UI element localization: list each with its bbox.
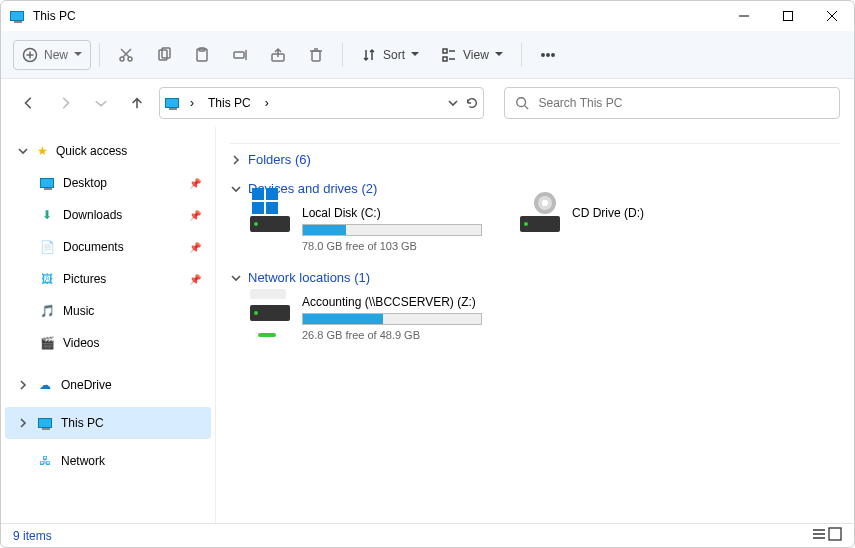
windows-drive-icon	[248, 206, 292, 242]
this-pc-icon	[37, 415, 53, 431]
svg-point-7	[120, 57, 124, 61]
new-button[interactable]: New	[13, 40, 91, 70]
breadcrumb-this-pc[interactable]: This PC	[204, 94, 255, 112]
status-text: 9 items	[13, 529, 52, 543]
capacity-bar	[302, 313, 482, 325]
address-history-button[interactable]	[447, 97, 459, 109]
drive-network-z[interactable]: Accounting (\\BCCSERVER) (Z:) 26.8 GB fr…	[248, 295, 488, 341]
window-title: This PC	[33, 9, 76, 23]
back-button[interactable]	[15, 89, 43, 117]
minimize-button[interactable]	[722, 1, 766, 31]
svg-point-28	[516, 98, 525, 107]
capacity-bar	[302, 224, 482, 236]
content-pane: Folders (6) Devices and drives (2) Local…	[216, 127, 854, 523]
details-view-button[interactable]	[812, 527, 826, 544]
sidebar-item-downloads[interactable]: ⬇Downloads📌	[5, 199, 211, 231]
sidebar-item-desktop[interactable]: Desktop📌	[5, 167, 211, 199]
maximize-button[interactable]	[766, 1, 810, 31]
rename-icon	[232, 47, 248, 63]
svg-rect-33	[829, 528, 841, 540]
svg-rect-15	[234, 52, 244, 58]
pin-icon: 📌	[189, 210, 201, 221]
recent-locations-button[interactable]	[87, 89, 115, 117]
delete-button[interactable]	[298, 37, 334, 73]
titlebar: This PC	[1, 1, 854, 31]
group-network[interactable]: Network locations (1)	[230, 266, 840, 289]
sidebar-this-pc[interactable]: This PC	[5, 407, 211, 439]
nav-sidebar: ★ Quick access Desktop📌 ⬇Downloads📌 📄Doc…	[1, 127, 216, 523]
this-pc-icon	[9, 8, 25, 24]
thumbnails-view-button[interactable]	[828, 527, 842, 544]
pictures-icon: 🖼	[39, 271, 55, 287]
breadcrumb-chevron[interactable]: ›	[261, 94, 273, 112]
svg-rect-22	[443, 57, 447, 61]
paste-button[interactable]	[184, 37, 220, 73]
refresh-button[interactable]	[465, 96, 479, 110]
navigation-row: › This PC ›	[1, 79, 854, 127]
svg-point-26	[547, 53, 549, 55]
group-folders[interactable]: Folders (6)	[230, 143, 840, 171]
sidebar-item-documents[interactable]: 📄Documents📌	[5, 231, 211, 263]
sidebar-onedrive[interactable]: ☁OneDrive	[5, 369, 211, 401]
svg-rect-21	[443, 49, 447, 53]
documents-icon: 📄	[39, 239, 55, 255]
ellipsis-icon	[540, 47, 556, 63]
network-icon: 🖧	[37, 453, 53, 469]
scissors-icon	[118, 47, 134, 63]
sort-label: Sort	[383, 48, 405, 62]
view-icon	[441, 47, 457, 63]
sidebar-item-music[interactable]: 🎵Music	[5, 295, 211, 327]
downloads-icon: ⬇	[39, 207, 55, 223]
search-box[interactable]	[504, 87, 841, 119]
sidebar-quick-access[interactable]: ★ Quick access	[5, 135, 211, 167]
pin-icon: 📌	[189, 242, 201, 253]
svg-line-29	[524, 106, 528, 110]
rename-button[interactable]	[222, 37, 258, 73]
cut-button[interactable]	[108, 37, 144, 73]
up-button[interactable]	[123, 89, 151, 117]
desktop-icon	[39, 175, 55, 191]
drive-cd-d[interactable]: CD Drive (D:)	[518, 206, 758, 252]
pin-icon: 📌	[189, 274, 201, 285]
trash-icon	[308, 47, 324, 63]
new-label: New	[44, 48, 68, 62]
clipboard-icon	[194, 47, 210, 63]
breadcrumb-root-chevron[interactable]: ›	[186, 94, 198, 112]
view-label: View	[463, 48, 489, 62]
svg-rect-1	[784, 12, 793, 21]
svg-rect-18	[312, 51, 320, 61]
more-button[interactable]	[530, 37, 566, 73]
share-button[interactable]	[260, 37, 296, 73]
share-icon	[270, 47, 286, 63]
cd-drive-icon	[518, 206, 562, 242]
videos-icon: 🎬	[39, 335, 55, 351]
star-icon: ★	[37, 144, 48, 158]
search-icon	[515, 96, 529, 110]
network-drive-icon	[248, 295, 292, 331]
copy-icon	[156, 47, 172, 63]
this-pc-icon	[164, 95, 180, 111]
view-button[interactable]: View	[431, 37, 513, 73]
plus-circle-icon	[22, 47, 38, 63]
sort-button[interactable]: Sort	[351, 37, 429, 73]
command-toolbar: New Sort View	[1, 31, 854, 79]
sidebar-network[interactable]: 🖧Network	[5, 445, 211, 477]
music-icon: 🎵	[39, 303, 55, 319]
copy-button[interactable]	[146, 37, 182, 73]
pin-icon: 📌	[189, 178, 201, 189]
sidebar-label: Quick access	[56, 144, 127, 158]
svg-point-8	[128, 57, 132, 61]
address-bar[interactable]: › This PC ›	[159, 87, 484, 119]
svg-point-27	[552, 53, 554, 55]
svg-point-25	[542, 53, 544, 55]
search-input[interactable]	[539, 96, 830, 110]
status-bar: 9 items	[1, 523, 854, 547]
forward-button[interactable]	[51, 89, 79, 117]
sort-icon	[361, 47, 377, 63]
close-button[interactable]	[810, 1, 854, 31]
sidebar-item-pictures[interactable]: 🖼Pictures📌	[5, 263, 211, 295]
drive-local-c[interactable]: Local Disk (C:) 78.0 GB free of 103 GB	[248, 206, 488, 252]
sidebar-item-videos[interactable]: 🎬Videos	[5, 327, 211, 359]
onedrive-icon: ☁	[37, 377, 53, 393]
